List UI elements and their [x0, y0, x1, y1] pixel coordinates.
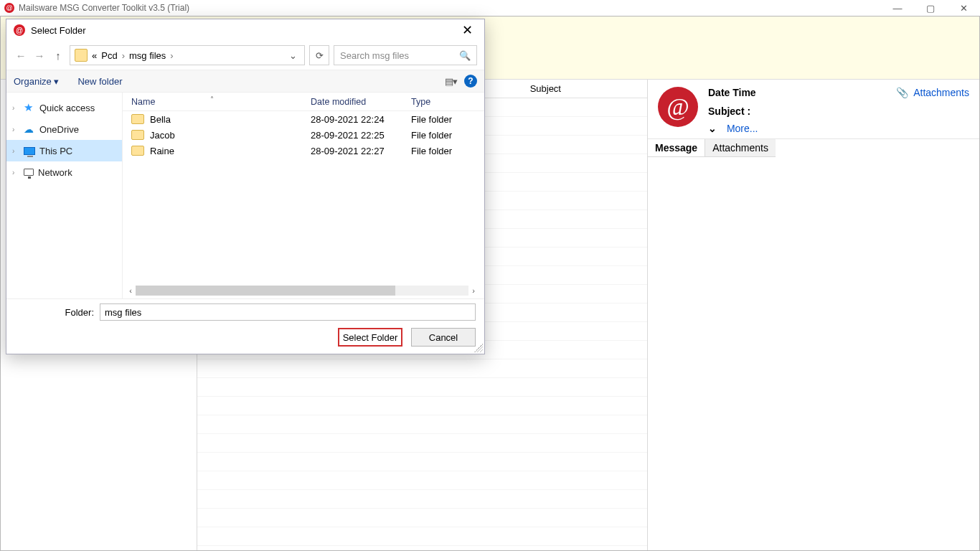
- chevron-right-icon: ›: [12, 126, 19, 133]
- chevron-right-icon: ›: [12, 169, 19, 176]
- nav-up-button[interactable]: ↑: [51, 50, 65, 62]
- dialog-close-button[interactable]: ✕: [458, 22, 477, 38]
- attachments-link[interactable]: Attachments: [913, 87, 969, 98]
- tab-message[interactable]: Message: [648, 139, 705, 157]
- tree-item-label: OneDrive: [39, 124, 79, 135]
- pc-icon: [24, 147, 35, 155]
- column-subject[interactable]: Subject: [530, 83, 647, 94]
- preview-pane: @ Date Time Subject : ⌄ More... 📎 Attach…: [648, 80, 979, 550]
- list-item-type: File folder: [411, 146, 484, 156]
- scroll-right-icon[interactable]: ›: [468, 286, 479, 295]
- dialog-app-icon: @: [14, 24, 25, 36]
- tree-item-label: Quick access: [39, 103, 95, 113]
- list-item-name: Bella: [150, 114, 171, 125]
- network-icon: [24, 169, 34, 176]
- search-input[interactable]: Search msg files 🔍: [334, 45, 477, 65]
- scroll-left-icon[interactable]: ‹: [126, 286, 136, 295]
- main-titlebar: @ Mailsware MSG Converter Toolkit v3.5 (…: [0, 0, 980, 16]
- refresh-button[interactable]: ⟳: [309, 45, 329, 65]
- cloud-icon: ☁: [24, 123, 35, 135]
- subject-label: Subject :: [708, 105, 886, 117]
- breadcrumb-1[interactable]: Pcd: [101, 50, 117, 61]
- nav-forward-button[interactable]: →: [32, 50, 47, 62]
- list-item[interactable]: Raine 28-09-2021 22:27 File folder: [123, 143, 484, 159]
- search-icon: 🔍: [459, 50, 471, 61]
- help-button[interactable]: ?: [464, 75, 477, 88]
- dialog-title: Select Folder: [31, 25, 86, 36]
- list-item-name: Jacob: [150, 130, 175, 141]
- list-item-type: File folder: [411, 114, 484, 125]
- chevron-down-icon[interactable]: ⌄: [708, 123, 717, 134]
- close-button[interactable]: ✕: [947, 0, 980, 16]
- horizontal-scrollbar[interactable]: ‹ ›: [126, 284, 479, 297]
- breadcrumb-dropdown-icon[interactable]: ⌄: [286, 50, 300, 61]
- tree-onedrive[interactable]: › ☁ OneDrive: [6, 118, 122, 140]
- chevron-down-icon: ▾: [54, 76, 59, 87]
- paperclip-icon: 📎: [896, 87, 908, 98]
- folder-icon: [75, 49, 88, 62]
- app-title: Mailsware MSG Converter Toolkit v3.5 (Tr…: [19, 3, 189, 13]
- minimize-button[interactable]: —: [881, 0, 914, 16]
- organize-menu[interactable]: Organize ▾: [14, 76, 59, 87]
- file-list: Bella 28-09-2021 22:24 File folder Jacob…: [123, 111, 484, 284]
- tab-attachments[interactable]: Attachments: [705, 139, 776, 157]
- tree-network[interactable]: › Network: [6, 161, 122, 183]
- app-icon: @: [4, 3, 14, 13]
- folder-name-input[interactable]: [100, 303, 476, 321]
- star-icon: ★: [24, 101, 35, 113]
- list-item-name: Raine: [150, 146, 174, 156]
- breadcrumb-prefix: «: [92, 50, 97, 61]
- select-folder-dialog: @ Select Folder ✕ ← → ↑ « Pcd › msg file…: [6, 19, 485, 354]
- resize-grip[interactable]: [474, 344, 483, 352]
- new-folder-button[interactable]: New folder: [77, 76, 122, 87]
- search-placeholder: Search msg files: [340, 50, 409, 61]
- breadcrumb-sep-icon: ›: [170, 50, 173, 61]
- chevron-right-icon: ›: [12, 104, 19, 112]
- breadcrumb-sep-icon: ›: [122, 50, 125, 61]
- tree-item-label: This PC: [39, 146, 72, 156]
- sort-asc-icon: ˄: [210, 95, 214, 103]
- tree-quick-access[interactable]: › ★ Quick access: [6, 97, 122, 118]
- breadcrumb-2[interactable]: msg files: [129, 50, 166, 61]
- sender-avatar: @: [658, 87, 698, 127]
- tree-item-label: Network: [38, 167, 72, 178]
- navigation-tree: › ★ Quick access › ☁ OneDrive › This PC …: [6, 93, 123, 298]
- list-item-date: 28-09-2021 22:27: [311, 146, 411, 156]
- list-item[interactable]: Bella 28-09-2021 22:24 File folder: [123, 111, 484, 127]
- view-options-button[interactable]: ▤▾: [445, 76, 457, 87]
- col-type[interactable]: Type: [411, 97, 484, 107]
- select-folder-button[interactable]: Select Folder: [338, 328, 402, 347]
- nav-back-button[interactable]: ←: [14, 50, 28, 62]
- folder-icon: [131, 130, 144, 140]
- col-name[interactable]: Name ˄: [131, 97, 311, 107]
- folder-icon: [131, 114, 144, 124]
- list-item-date: 28-09-2021 22:25: [311, 130, 411, 141]
- tree-this-pc[interactable]: › This PC: [6, 140, 122, 161]
- maximize-button[interactable]: ▢: [914, 0, 947, 16]
- list-item[interactable]: Jacob 28-09-2021 22:25 File folder: [123, 127, 484, 143]
- breadcrumb-bar[interactable]: « Pcd › msg files › ⌄: [70, 45, 305, 65]
- list-item-date: 28-09-2021 22:24: [311, 114, 411, 125]
- chevron-right-icon: ›: [12, 147, 19, 155]
- date-time-label: Date Time: [708, 87, 886, 98]
- list-item-type: File folder: [411, 130, 484, 141]
- more-link[interactable]: More...: [727, 123, 758, 134]
- cancel-button[interactable]: Cancel: [411, 328, 476, 347]
- folder-icon: [131, 146, 144, 156]
- folder-field-label: Folder:: [15, 307, 94, 318]
- col-date[interactable]: Date modified: [311, 97, 411, 107]
